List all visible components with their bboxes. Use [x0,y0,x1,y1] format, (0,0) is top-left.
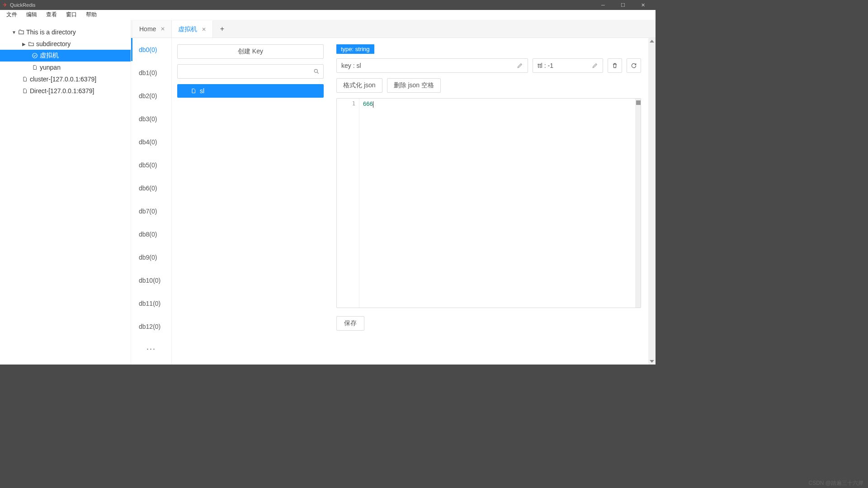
key-panel: 创建 Key sl [172,38,329,365]
key-list: sl [177,84,324,98]
new-tab-button[interactable]: + [213,20,231,38]
create-key-button[interactable]: 创建 Key [177,44,324,59]
db-item[interactable]: db2(0) [131,84,171,107]
tree-label: yunpan [40,64,61,71]
tab-label: Home [139,25,156,33]
db-item[interactable]: db12(0) [131,315,171,338]
file-icon [21,76,29,82]
tree-label: subdirectory [36,40,71,47]
chevron-down-icon[interactable]: ▼ [11,30,17,35]
db-item[interactable]: db5(0) [131,153,171,176]
save-button[interactable]: 保存 [336,316,364,331]
close-button[interactable]: ✕ [633,0,653,10]
db-item[interactable]: db9(0) [131,246,171,269]
db-item[interactable]: db10(0) [131,269,171,292]
svg-point-0 [33,53,38,58]
search-field[interactable] [181,68,313,75]
tab-label: 虚拟机 [178,25,197,33]
key-field[interactable]: key : sl [336,58,528,73]
tree-node-direct[interactable]: Direct-[127.0.0.1:6379] [0,85,131,97]
svg-point-1 [314,69,317,72]
tree-label: cluster-[127.0.0.1:6379] [30,76,96,83]
db-item[interactable]: db8(0) [131,223,171,246]
tab-home[interactable]: Home ✕ [133,20,172,38]
key-item[interactable]: sl [177,84,324,98]
folder-open-icon [17,29,25,35]
tree-node-directory[interactable]: ▼ This is a directory [0,26,131,38]
tree-label: Direct-[127.0.0.1:6379] [30,87,94,95]
menu-edit[interactable]: 编辑 [22,11,42,19]
database-list: db0(0) db1(0) db2(0) db3(0) db4(0) db5(0… [131,38,172,365]
code-content[interactable]: 666 [359,99,635,308]
line-number: 1 [337,99,359,308]
tree-label: 虚拟机 [40,52,59,60]
close-icon[interactable]: ✕ [160,26,165,32]
tree-node-cluster[interactable]: cluster-[127.0.0.1:6379] [0,73,131,85]
menu-file[interactable]: 文件 [2,11,22,19]
db-item[interactable]: db7(0) [131,199,171,223]
tab-vm[interactable]: 虚拟机 ✕ [172,20,213,38]
button-label: 保存 [344,319,357,327]
ttl-value: ttl : -1 [538,62,592,69]
button-label: 删除 json 空格 [394,81,434,90]
button-label: 创建 Key [238,47,263,56]
format-json-button[interactable]: 格式化 json [336,78,382,93]
tree-label: This is a directory [26,28,76,36]
db-item[interactable]: db11(0) [131,292,171,315]
edit-icon[interactable] [592,62,598,69]
app-title: QuickRedis [10,2,593,8]
db-item[interactable]: db3(0) [131,107,171,130]
tree-node-yunpan[interactable]: yunpan [0,62,131,73]
value-editor[interactable]: 1 666 [336,98,641,308]
tab-bar: Home ✕ 虚拟机 ✕ + [131,20,656,38]
minimize-button[interactable]: ─ [593,0,613,10]
key-name: sl [200,87,204,95]
code-value: 666 [363,100,373,107]
key-value: key : sl [341,62,517,69]
titlebar: ✈ QuickRedis ─ ☐ ✕ [0,0,656,10]
chevron-right-icon[interactable]: ▶ [21,42,27,47]
file-icon [21,88,29,94]
ttl-field[interactable]: ttl : -1 [533,58,603,73]
maximize-button[interactable]: ☐ [613,0,633,10]
tree-node-vm[interactable]: 虚拟机 [0,50,131,62]
db-more-button[interactable]: ... [131,338,171,356]
refresh-button[interactable] [627,58,641,73]
db-item[interactable]: db0(0) [131,38,171,61]
check-circle-icon [31,52,39,59]
menu-help[interactable]: 帮助 [81,11,101,19]
delete-button[interactable] [608,58,622,73]
menu-view[interactable]: 查看 [42,11,61,19]
button-label: 格式化 json [343,81,376,90]
file-icon [31,64,39,71]
value-detail-panel: type: string key : sl ttl : -1 [329,38,648,365]
close-icon[interactable]: ✕ [202,26,206,33]
connection-tree: ▼ This is a directory ▶ subdirectory 虚拟机 [0,20,131,365]
db-item[interactable]: db4(0) [131,130,171,153]
vertical-scrollbar[interactable] [648,38,656,365]
tree-node-subdirectory[interactable]: ▶ subdirectory [0,38,131,50]
search-icon[interactable] [313,68,320,75]
menubar: 文件 编辑 查看 窗口 帮助 [0,10,656,20]
db-item[interactable]: db1(0) [131,61,171,84]
watermark: CSDN @踏遍三十六岸 [808,479,863,487]
file-icon [191,88,196,94]
key-search-input[interactable] [177,64,324,79]
type-badge: type: string [336,44,374,54]
menu-window[interactable]: 窗口 [61,11,81,19]
edit-icon[interactable] [517,62,523,69]
db-item[interactable]: db6(0) [131,176,171,199]
app-icon: ✈ [3,2,7,8]
delete-json-space-button[interactable]: 删除 json 空格 [387,78,441,93]
folder-icon [27,41,35,47]
editor-minimap [635,99,641,308]
